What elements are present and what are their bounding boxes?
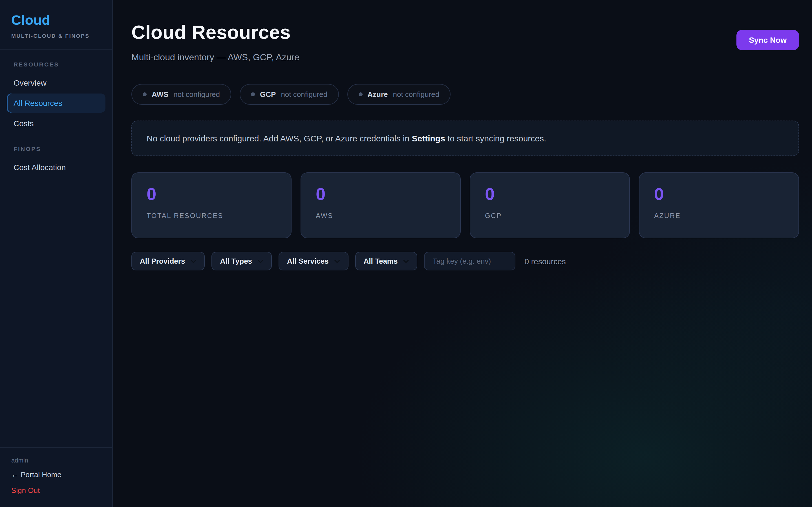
- notice-settings-emphasis: Settings: [412, 133, 445, 143]
- provider-status: not configured: [393, 90, 439, 99]
- teams-filter-select[interactable]: All Teams: [355, 252, 417, 270]
- no-providers-notice: No cloud providers configured. Add AWS, …: [132, 121, 799, 156]
- stat-label: AWS: [316, 212, 446, 220]
- nav-section-finops: FINOPS Cost Allocation: [0, 145, 112, 178]
- brand-title: Cloud: [11, 12, 101, 28]
- provider-pill-aws: AWS not configured: [132, 84, 231, 105]
- stat-card-azure: 0 AZURE: [639, 172, 799, 238]
- sidebar-item-all-resources[interactable]: All Resources: [7, 94, 105, 113]
- sidebar-item-costs[interactable]: Costs: [7, 114, 105, 133]
- stat-card-total-resources: 0 TOTAL RESOURCES: [132, 172, 292, 238]
- status-dot-icon: [143, 93, 147, 96]
- stat-value: 0: [147, 184, 276, 205]
- stat-label: TOTAL RESOURCES: [147, 212, 276, 220]
- page-header-text: Cloud Resources Multi-cloud inventory — …: [132, 21, 299, 62]
- portal-home-link[interactable]: ← Portal Home: [11, 470, 101, 479]
- stat-card-aws: 0 AWS: [301, 172, 461, 238]
- current-user: admin: [11, 457, 101, 464]
- nav-section-label: FINOPS: [0, 145, 112, 152]
- stat-label: GCP: [485, 212, 615, 220]
- selected-value: All Types: [220, 257, 252, 265]
- stat-card-gcp: 0 GCP: [470, 172, 630, 238]
- notice-text: No cloud providers configured. Add AWS, …: [147, 133, 412, 143]
- stat-value: 0: [654, 184, 784, 205]
- sidebar-item-label: All Resources: [13, 99, 62, 108]
- chevron-down-icon: [191, 260, 196, 263]
- provider-status: not configured: [281, 90, 327, 99]
- resource-count: 0 resources: [524, 257, 566, 266]
- provider-status-pills: AWS not configured GCP not configured Az…: [132, 84, 799, 105]
- provider-name: Azure: [367, 90, 388, 99]
- stat-cards: 0 TOTAL RESOURCES 0 AWS 0 GCP 0 AZURE: [132, 172, 799, 238]
- stat-value: 0: [316, 184, 446, 205]
- sync-now-button[interactable]: Sync Now: [737, 30, 799, 50]
- provider-pill-gcp: GCP not configured: [240, 84, 339, 105]
- tag-key-input[interactable]: [424, 252, 515, 270]
- providers-filter-select[interactable]: All Providers: [132, 252, 205, 270]
- sidebar-item-label: Costs: [13, 119, 34, 128]
- app-window: Cloud MULTI-CLOUD & FINOPS RESOURCES Ove…: [0, 0, 812, 507]
- sign-out-link[interactable]: Sign Out: [11, 486, 101, 495]
- stat-label: AZURE: [654, 212, 784, 220]
- provider-status: not configured: [173, 90, 220, 99]
- selected-value: All Providers: [140, 257, 185, 265]
- services-filter-select[interactable]: All Services: [278, 252, 348, 270]
- provider-name: AWS: [152, 90, 168, 99]
- page-title: Cloud Resources: [132, 21, 299, 43]
- sidebar-footer: admin ← Portal Home Sign Out: [0, 447, 112, 507]
- sidebar-item-overview[interactable]: Overview: [7, 73, 105, 93]
- main-content: Cloud Resources Multi-cloud inventory — …: [113, 0, 812, 507]
- stat-value: 0: [485, 184, 615, 205]
- brand: Cloud MULTI-CLOUD & FINOPS: [0, 0, 112, 50]
- status-dot-icon: [358, 93, 362, 96]
- sidebar-item-label: Overview: [13, 78, 47, 87]
- page-header: Cloud Resources Multi-cloud inventory — …: [132, 21, 799, 62]
- chevron-down-icon: [403, 260, 409, 263]
- chevron-down-icon: [258, 260, 263, 263]
- sidebar: Cloud MULTI-CLOUD & FINOPS RESOURCES Ove…: [0, 0, 113, 507]
- nav-section-resources: RESOURCES Overview All Resources Costs: [0, 61, 112, 134]
- selected-value: All Services: [287, 257, 328, 265]
- filter-bar: All Providers All Types All Services All…: [132, 252, 799, 270]
- status-dot-icon: [251, 93, 255, 96]
- provider-name: GCP: [260, 90, 276, 99]
- provider-pill-azure: Azure not configured: [347, 84, 451, 105]
- brand-subtitle: MULTI-CLOUD & FINOPS: [11, 33, 101, 39]
- sidebar-item-label: Cost Allocation: [13, 163, 66, 172]
- selected-value: All Teams: [364, 257, 398, 265]
- nav-section-label: RESOURCES: [0, 61, 112, 68]
- sidebar-item-cost-allocation[interactable]: Cost Allocation: [7, 158, 105, 177]
- chevron-down-icon: [335, 260, 340, 263]
- types-filter-select[interactable]: All Types: [211, 252, 272, 270]
- page-subtitle: Multi-cloud inventory — AWS, GCP, Azure: [132, 52, 299, 62]
- notice-text: to start syncing resources.: [445, 133, 546, 143]
